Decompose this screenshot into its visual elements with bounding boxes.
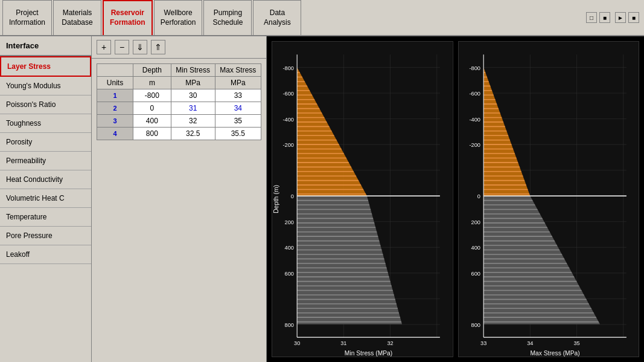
sidebar: Interface Layer Stress Young's Modulus P… [0, 36, 92, 362]
col-header-depth: Depth [133, 64, 171, 77]
units-min-stress: MPa [171, 77, 215, 89]
cell-max-stress-4[interactable]: 35.5 [215, 128, 261, 140]
tab-reservoir-formation[interactable]: ReservoirFormation [103, 0, 153, 35]
svg-text:33: 33 [480, 340, 486, 346]
add-row-button[interactable]: + [97, 40, 111, 54]
table-row[interactable]: 1 -800 30 33 [97, 89, 261, 102]
sidebar-item-leakoff[interactable]: Leakoff [0, 245, 91, 264]
main-layout: Interface Layer Stress Young's Modulus P… [0, 36, 644, 362]
sidebar-item-poissons-ratio[interactable]: Poisson's Ratio [0, 95, 91, 114]
cell-min-stress-3[interactable]: 32 [171, 115, 215, 128]
row-num-4: 4 [97, 128, 133, 140]
sidebar-item-volumetric-heat[interactable]: Volumetric Heat C [0, 189, 91, 208]
toolbar: + − ⇓ ⇑ [92, 36, 266, 59]
svg-text:-200: -200 [469, 141, 480, 148]
svg-text:34: 34 [527, 340, 533, 346]
svg-text:Min Stress (MPa): Min Stress (MPa) [345, 350, 392, 357]
sidebar-top-label: Interface [0, 36, 91, 56]
svg-text:200: 200 [285, 219, 294, 225]
svg-text:200: 200 [471, 219, 480, 225]
svg-text:35: 35 [573, 340, 579, 346]
content-area: + − ⇓ ⇑ Depth Min Stress Max Stress Unit… [92, 36, 644, 362]
table-panel: + − ⇓ ⇑ Depth Min Stress Max Stress Unit… [92, 36, 267, 362]
svg-text:-800: -800 [469, 65, 480, 71]
table-row[interactable]: 4 800 32.5 35.5 [97, 128, 261, 140]
row-num-3: 3 [97, 115, 133, 128]
table-row[interactable]: 2 0 31 34 [97, 102, 261, 115]
svg-text:600: 600 [285, 270, 294, 277]
svg-text:30: 30 [294, 340, 300, 346]
units-max-stress: MPa [215, 77, 261, 89]
svg-text:-400: -400 [283, 116, 295, 123]
upload-button[interactable]: ⇑ [151, 40, 165, 54]
nav-icon-2[interactable]: ■ [599, 12, 610, 23]
chart-panel: -800 -600 -400 -200 0 200 400 600 800 30… [267, 36, 644, 362]
svg-text:400: 400 [471, 244, 480, 251]
cell-depth-4[interactable]: 800 [133, 128, 171, 140]
data-table: Depth Min Stress Max Stress Units m MPa … [97, 63, 261, 140]
sidebar-item-toughness[interactable]: Toughness [0, 114, 91, 133]
sidebar-item-temperature[interactable]: Temperature [0, 208, 91, 227]
svg-text:Max Stress (MPa): Max Stress (MPa) [530, 350, 579, 357]
cell-min-stress-2[interactable]: 31 [171, 102, 215, 115]
nav-icon-3[interactable]: ► [615, 12, 626, 23]
table-row[interactable]: 3 400 32 35 [97, 115, 261, 128]
units-depth: m [133, 77, 171, 89]
svg-text:800: 800 [471, 322, 480, 328]
svg-text:32: 32 [387, 340, 393, 346]
nav-right-icons: □ ■ ► ■ [586, 0, 644, 35]
sidebar-item-heat-conductivity[interactable]: Heat Conductivity [0, 170, 91, 189]
row-num-2: 2 [97, 102, 133, 115]
cell-min-stress-1[interactable]: 30 [171, 89, 215, 102]
top-nav: ProjectInformation MaterialsDatabase Res… [0, 0, 644, 36]
charts-row: -800 -600 -400 -200 0 200 400 600 800 30… [272, 41, 639, 357]
svg-text:-800: -800 [283, 65, 295, 71]
remove-row-button[interactable]: − [115, 40, 129, 54]
tab-materials-db[interactable]: MaterialsDatabase [53, 0, 101, 35]
col-header-max-stress: Max Stress [215, 64, 261, 77]
nav-icon-1[interactable]: □ [586, 12, 597, 23]
cell-depth-3[interactable]: 400 [133, 115, 171, 128]
svg-text:-400: -400 [469, 116, 480, 123]
sidebar-item-pore-pressure[interactable]: Pore Pressure [0, 227, 91, 245]
svg-text:0: 0 [291, 193, 294, 199]
svg-text:0: 0 [477, 193, 480, 199]
row-num-1: 1 [97, 89, 133, 102]
chart1-svg: -800 -600 -400 -200 0 200 400 600 800 30… [272, 42, 453, 357]
cell-min-stress-4[interactable]: 32.5 [171, 128, 215, 140]
col-header-min-stress: Min Stress [171, 64, 215, 77]
download-button[interactable]: ⇓ [133, 40, 147, 54]
sidebar-item-porosity[interactable]: Porosity [0, 133, 91, 152]
cell-max-stress-3[interactable]: 35 [215, 115, 261, 128]
sidebar-item-permeability[interactable]: Permeability [0, 152, 91, 170]
cell-max-stress-2[interactable]: 34 [215, 102, 261, 115]
svg-text:400: 400 [285, 244, 294, 251]
chart2-svg: -800 -600 -400 -200 0 200 400 600 800 33… [459, 42, 639, 357]
svg-text:31: 31 [340, 340, 346, 346]
sidebar-item-layer-stress[interactable]: Layer Stress [0, 56, 91, 77]
svg-text:800: 800 [285, 322, 294, 328]
svg-text:-600: -600 [469, 90, 480, 97]
nav-icon-4[interactable]: ■ [628, 12, 639, 23]
svg-text:Depth (m): Depth (m) [273, 185, 279, 213]
svg-text:-200: -200 [283, 141, 295, 148]
units-label: Units [97, 77, 133, 89]
tab-data-analysis[interactable]: DataAnalysis [253, 0, 301, 35]
tab-wellbore-perf[interactable]: WellborePerforation [154, 0, 203, 35]
col-header-num [97, 64, 133, 77]
cell-max-stress-1[interactable]: 33 [215, 89, 261, 102]
cell-depth-2[interactable]: 0 [133, 102, 171, 115]
cell-depth-1[interactable]: -800 [133, 89, 171, 102]
chart-min-stress: -800 -600 -400 -200 0 200 400 600 800 30… [272, 41, 453, 357]
sidebar-item-youngs-modulus[interactable]: Young's Modulus [0, 77, 91, 95]
chart-max-stress: -800 -600 -400 -200 0 200 400 600 800 33… [458, 41, 640, 357]
tab-project-info[interactable]: ProjectInformation [2, 0, 52, 35]
tab-pumping-schedule[interactable]: PumpingSchedule [203, 0, 252, 35]
svg-text:600: 600 [471, 270, 480, 277]
svg-text:-600: -600 [283, 90, 295, 97]
